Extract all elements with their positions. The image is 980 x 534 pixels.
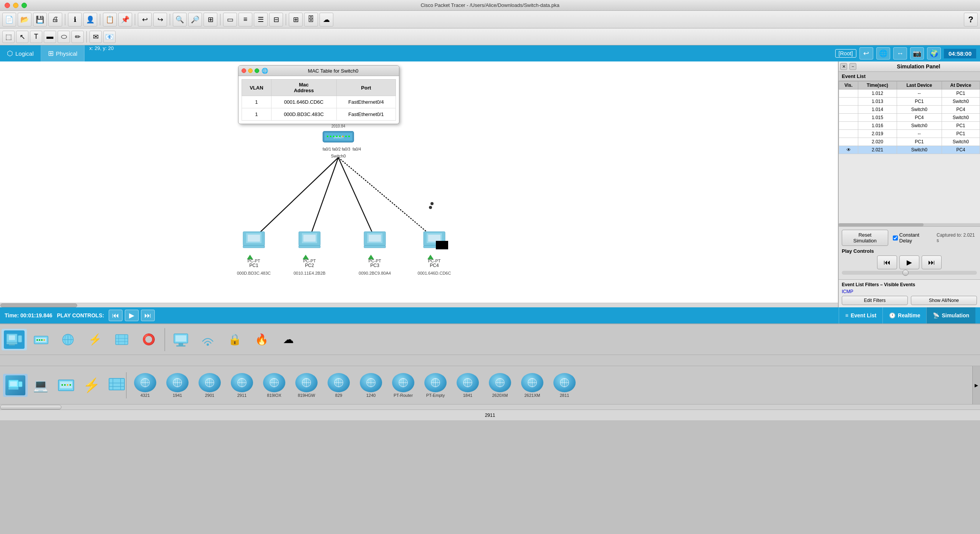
pc4-device[interactable]: PC-PT PC4 0001.646D.CD6C [418, 202, 451, 275]
bottom-scrollbar-thumb[interactable] [0, 405, 61, 410]
status-skip-back-button[interactable]: ⏮ [109, 310, 122, 321]
tab-physical[interactable]: ⊞ Physical [41, 45, 85, 61]
sim-minimize-button[interactable]: − [849, 63, 856, 70]
zoom-fit-button[interactable]: ⊞ [204, 13, 217, 27]
router-item-4321[interactable]: 4321 [130, 371, 161, 399]
router-item-829[interactable]: 829 [323, 371, 354, 399]
constant-delay-checkbox[interactable] [893, 235, 898, 240]
router-item-PT-Empty[interactable]: PT-Empty [420, 371, 451, 399]
router-item-1841[interactable]: 1841 [452, 371, 483, 399]
back-button[interactable]: ↩ [859, 47, 873, 60]
help-button[interactable]: ? [964, 13, 978, 27]
palette-cat-wireless[interactable] [195, 329, 220, 350]
palette-cat-wan[interactable] [109, 329, 134, 350]
canvas-scrollbar[interactable] [0, 303, 838, 307]
palette-item-3[interactable] [54, 374, 78, 397]
multiline-button[interactable]: ⊟ [269, 13, 283, 27]
dialog-maximize[interactable] [255, 68, 259, 73]
router-item-2911[interactable]: 2911 [227, 371, 257, 399]
undo-button[interactable]: ↩ [138, 13, 152, 27]
router-item-2901[interactable]: 2901 [194, 371, 225, 399]
router-item-819IOX[interactable]: 819IOX [259, 371, 290, 399]
list-button[interactable]: ☰ [254, 13, 268, 27]
canvas-scrollbar-thumb[interactable] [0, 303, 77, 307]
palette-cat-monitor[interactable] [168, 329, 194, 350]
tab-realtime[interactable]: 🕐 Realtime [882, 307, 926, 323]
database-button[interactable]: 🗄 [304, 13, 318, 27]
skip-back-button[interactable]: ⏮ [877, 255, 897, 269]
switch-device[interactable]: Switch fa0/1 fa0/2 fa0/3 fa0/4 Switch0 2… [323, 124, 361, 158]
open-button[interactable]: 📂 [18, 13, 31, 27]
dialog-close[interactable] [242, 68, 246, 73]
palette-item-5[interactable] [104, 374, 127, 397]
user-button[interactable]: 👤 [83, 13, 97, 27]
redo-button[interactable]: ↪ [153, 13, 167, 27]
paste-button[interactable]: 📌 [118, 13, 132, 27]
progress-bar[interactable] [842, 271, 977, 275]
palette-cat-custom[interactable]: ⭕ [136, 329, 161, 350]
skip-forward-button[interactable]: ⏭ [922, 255, 942, 269]
router-item-PT-Router[interactable]: PT-Router [388, 371, 419, 399]
print-button[interactable]: 🖨 [48, 13, 62, 27]
status-play-button[interactable]: ▶ [125, 310, 139, 321]
rect-select-button[interactable]: ▭ [223, 13, 237, 27]
globe-button[interactable]: 🌍 [927, 47, 941, 60]
router-item-1240[interactable]: 1240 [356, 371, 386, 399]
router-item-1941[interactable]: 1941 [162, 371, 193, 399]
play-button[interactable]: ▶ [899, 255, 919, 269]
router-item-819HGW[interactable]: 819HGW [291, 371, 322, 399]
router-item-2620XM[interactable]: 2620XM [485, 371, 515, 399]
canvas-area[interactable]: Switch fa0/1 fa0/2 fa0/3 fa0/4 Switch0 2… [0, 61, 838, 307]
event-list-scroll[interactable]: Vis. Time(sec) Last Device At Device 1.0… [839, 81, 980, 223]
show-all-none-button[interactable]: Show All/None [911, 296, 977, 305]
palette-scroll-right[interactable]: ▶ [972, 366, 980, 405]
tab-simulation[interactable]: 📡 Simulation [926, 307, 975, 323]
maximize-button[interactable] [22, 3, 27, 8]
palette-item-selected[interactable] [3, 374, 28, 397]
text-tool[interactable]: T [30, 31, 42, 43]
status-skip-forward-button[interactable]: ⏭ [141, 310, 155, 321]
minimize-button[interactable] [13, 3, 18, 8]
bottom-scrollbar[interactable] [0, 404, 980, 410]
event-scrollbar-thumb[interactable] [839, 223, 924, 226]
ellipse-tool[interactable]: ⬭ [58, 31, 70, 43]
tab-logical[interactable]: ⬡ Logical [0, 45, 41, 61]
dialog-minimize[interactable] [248, 68, 253, 73]
palette-cat-security[interactable]: 🔒 [222, 329, 247, 350]
custom-button[interactable]: ≡ [238, 13, 252, 27]
network-view-button[interactable]: 🌐 [876, 47, 890, 60]
info-button[interactable]: ℹ [68, 13, 82, 27]
palette-cat-flame[interactable]: 🔥 [249, 329, 274, 350]
router-item-2621XM[interactable]: 2621XM [517, 371, 548, 399]
palette-cat-end-devices[interactable] [2, 329, 27, 350]
sim-close-button[interactable]: ✕ [840, 63, 847, 70]
palette-cat-routers[interactable] [55, 329, 81, 350]
zoom-out-button[interactable]: 🔎 [188, 13, 202, 27]
close-button[interactable] [5, 3, 10, 8]
router-item-2811[interactable]: 2811 [549, 371, 580, 399]
pointer-tool[interactable]: ↖ [16, 31, 28, 43]
event-scrollbar[interactable] [839, 223, 980, 226]
pc2-device[interactable]: PC-PT PC2 0010.11E4.2B2B [293, 232, 325, 275]
palette-cat-switches[interactable] [28, 329, 54, 350]
select-tool[interactable]: ⬚ [2, 31, 15, 43]
progress-thumb[interactable] [902, 270, 909, 276]
palette-item-2[interactable]: 💻 [28, 374, 53, 397]
pc1-device[interactable]: PC-PT PC1 000D.BD3C.483C [237, 232, 271, 275]
camera-button[interactable]: 📷 [910, 47, 924, 60]
zoom-in-button[interactable]: 🔍 [173, 13, 187, 27]
cloud-button[interactable]: ☁ [319, 13, 333, 27]
palette-item-lightning[interactable]: ⚡ [79, 374, 104, 397]
copy-button[interactable]: 📋 [103, 13, 117, 27]
edit-filters-button[interactable]: Edit Filters [842, 296, 908, 305]
palette-cat-cloud[interactable]: ☁ [276, 329, 301, 350]
mac-dialog[interactable]: 🌐 MAC Table for Switch0 VLAN MacAddress … [238, 65, 399, 124]
email-tool[interactable]: ✉ [89, 31, 102, 43]
table-button[interactable]: ⊞ [289, 13, 303, 27]
tab-event-list[interactable]: ≡ Event List [839, 307, 882, 323]
pen-tool[interactable]: ✏ [71, 31, 84, 43]
pc3-device[interactable]: PC-PT PC3 0090.2BC9.80A4 [359, 232, 391, 275]
forward-button[interactable]: ↔ [893, 47, 907, 60]
new-button[interactable]: 📄 [2, 13, 16, 27]
palette-cat-lightning[interactable]: ⚡ [82, 329, 108, 350]
